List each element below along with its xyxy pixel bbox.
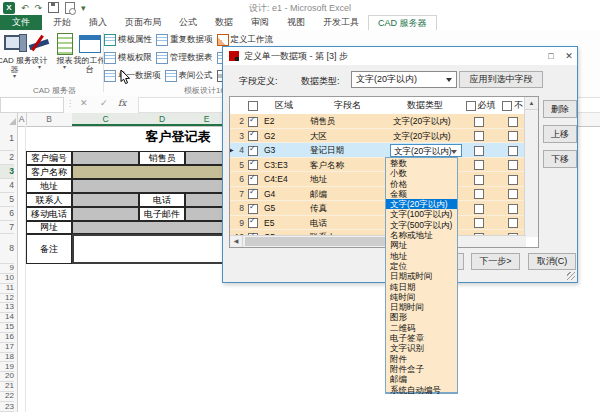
apply-to-selected-button[interactable]: 应用到选中字段: [459, 71, 543, 88]
table-vertical-scrollbar[interactable]: ▲: [524, 97, 538, 237]
row-clipped-checkbox[interactable]: ✓: [508, 175, 518, 185]
ribbon-small-button[interactable]: 管理数据表: [156, 52, 213, 64]
row-checkbox[interactable]: ✓: [248, 175, 258, 185]
required-all-checkbox[interactable]: ✓: [466, 101, 476, 111]
row-required-checkbox[interactable]: ✓: [474, 131, 484, 141]
row-header[interactable]: 23: [0, 402, 14, 412]
insert-function-icon[interactable]: fx: [118, 98, 126, 108]
row-clipped-checkbox[interactable]: ✓: [508, 131, 518, 141]
qat-customize-icon[interactable]: ▾: [81, 2, 86, 14]
dropdown-option[interactable]: 二维码: [386, 323, 457, 333]
scroll-left-icon[interactable]: ◀: [230, 236, 243, 247]
ribbon-tab[interactable]: 公式: [170, 15, 206, 30]
field-row[interactable]: ▶ 2 ✓ E2 销售员 文字(20字以内) ✓ ✓: [230, 114, 526, 129]
cell-input-notes[interactable]: [72, 234, 228, 264]
field-row[interactable]: ▶ 3 ✓ G2 大区 文字(20字以内) ✓ ✓: [230, 129, 526, 144]
column-header[interactable]: D: [139, 113, 186, 126]
row-clipped-checkbox[interactable]: ✓: [508, 218, 518, 228]
cell-label-mobile[interactable]: 移动电话: [26, 207, 72, 221]
tab-cad-server[interactable]: CAD 服务器: [368, 15, 437, 30]
row-header[interactable]: 2: [0, 151, 14, 165]
row-clipped-checkbox[interactable]: ✓: [508, 204, 518, 214]
cell-label-website[interactable]: 网址: [26, 221, 72, 234]
row-header[interactable]: 6: [0, 207, 14, 221]
save-icon[interactable]: [48, 2, 59, 13]
dropdown-option[interactable]: 整数: [386, 158, 457, 168]
cell-label-salesperson[interactable]: 销售员: [139, 151, 185, 165]
row-required-checkbox[interactable]: ✓: [474, 189, 484, 199]
ribbon-tab[interactable]: 页面布局: [116, 15, 170, 30]
dropdown-option[interactable]: 文字识别: [386, 343, 457, 353]
cell-input-address[interactable]: [72, 179, 228, 193]
select-all-checkbox[interactable]: ✓: [248, 101, 258, 111]
side-button[interactable]: 下移: [543, 150, 577, 168]
cell-label-email[interactable]: 电子邮件: [139, 207, 185, 221]
dropdown-option[interactable]: 纯日期: [386, 282, 457, 292]
cell-label-phone[interactable]: 电话: [139, 193, 185, 207]
field-row[interactable]: ▶ 8 ✓ G5 传真 ✓ ✓: [230, 201, 526, 216]
cell-label-contact[interactable]: 联系人: [26, 193, 72, 207]
row-header[interactable]: 18: [0, 353, 14, 363]
cell-input-website[interactable]: [72, 221, 228, 234]
cancel-dialog-button[interactable]: 取消(C): [528, 253, 576, 270]
field-row[interactable]: ▶ 7 ✓ G4 邮编 ✓ ✓: [230, 187, 526, 202]
ribbon-small-button[interactable]: 重复数据项: [156, 34, 213, 46]
field-row[interactable]: ▶ 5 ✓ C3:E3 客户名称 ✓ ✓: [230, 158, 526, 173]
field-row[interactable]: ▶ 4 ✓ G3 登记日期 文字(20字以内) ✓ ✓: [230, 143, 526, 158]
print-preview-icon[interactable]: [65, 2, 75, 14]
ribbon-tab[interactable]: 视图: [278, 15, 314, 30]
side-button[interactable]: 上移: [543, 125, 577, 143]
row-header[interactable]: 8: [0, 234, 14, 264]
dropdown-option[interactable]: 金额: [386, 189, 457, 199]
clipped-all-checkbox[interactable]: ✓: [502, 101, 512, 111]
ribbon-small-button[interactable]: 模板属性: [104, 34, 152, 46]
dropdown-option[interactable]: 名称或地址: [386, 230, 457, 240]
row-clipped-checkbox[interactable]: ✓: [508, 146, 518, 156]
dropdown-option[interactable]: 文字(100字以内): [386, 209, 457, 219]
dropdown-option[interactable]: 文字(20字以内): [386, 199, 457, 209]
dropdown-option[interactable]: 图形: [386, 312, 457, 322]
row-header[interactable]: 7: [0, 221, 14, 234]
cell-label-notes[interactable]: 备注: [26, 234, 72, 264]
column-header[interactable]: B: [26, 113, 73, 125]
row-header[interactable]: 5: [0, 193, 14, 207]
dropdown-option[interactable]: 定位: [386, 261, 457, 271]
dropdown-option[interactable]: 邮编: [386, 374, 457, 384]
row-clipped-checkbox[interactable]: ✓: [508, 117, 518, 127]
ribbon-tab[interactable]: 数据: [206, 15, 242, 30]
cell-input-mobile[interactable]: [72, 207, 139, 221]
dropdown-option[interactable]: 日期时间: [386, 302, 457, 312]
row-required-checkbox[interactable]: ✓: [474, 160, 484, 170]
dropdown-option[interactable]: 附件: [386, 354, 457, 364]
dropdown-option[interactable]: 日期或时间: [386, 271, 457, 281]
cell-label-address[interactable]: 地址: [26, 179, 72, 193]
field-row[interactable]: ▶ 9 ✓ E5 电话 ✓ ✓: [230, 216, 526, 231]
row-data-type[interactable]: 文字(20字以内): [390, 144, 462, 157]
row-header[interactable]: 4: [0, 179, 14, 193]
dialog-title-bar[interactable]: 定义单一数据项 - 第 [3] 步 □ ✕: [223, 47, 577, 65]
dropdown-option[interactable]: 网址: [386, 240, 457, 250]
row-data-type[interactable]: 文字(20字以内): [390, 114, 462, 129]
row-checkbox[interactable]: ✓: [248, 160, 258, 170]
ribbon-small-button[interactable]: 模板权限: [104, 52, 152, 64]
resize-grip[interactable]: [567, 272, 575, 280]
ribbon-tab[interactable]: 审阅: [242, 15, 278, 30]
field-row[interactable]: ▶ 6 ✓ C4:E4 地址 ✓ ✓: [230, 172, 526, 187]
maximize-button[interactable]: □: [543, 49, 559, 63]
table-horizontal-scrollbar[interactable]: ◀: [230, 235, 526, 247]
row-data-type[interactable]: 文字(20字以内): [390, 129, 462, 144]
cell-input-customer-no[interactable]: [72, 151, 139, 165]
dropdown-option[interactable]: 地址: [386, 251, 457, 261]
close-button[interactable]: ✕: [561, 49, 577, 63]
row-clipped-checkbox[interactable]: ✓: [508, 189, 518, 199]
next-step-button[interactable]: 下一步>: [471, 253, 520, 270]
cell-label-customer-name[interactable]: 客户名称: [26, 165, 72, 179]
ribbon-small-button[interactable]: 表间公式: [165, 70, 213, 82]
row-header[interactable]: 1: [0, 126, 14, 151]
dropdown-option[interactable]: 系统自动编号: [386, 385, 457, 395]
row-required-checkbox[interactable]: ✓: [474, 175, 484, 185]
data-type-combobox[interactable]: 文字(20字以内): [351, 71, 457, 88]
side-button[interactable]: 删除: [543, 100, 577, 118]
dropdown-option[interactable]: 文字(500字以内): [386, 220, 457, 230]
dropdown-option[interactable]: 附件盒子: [386, 364, 457, 374]
